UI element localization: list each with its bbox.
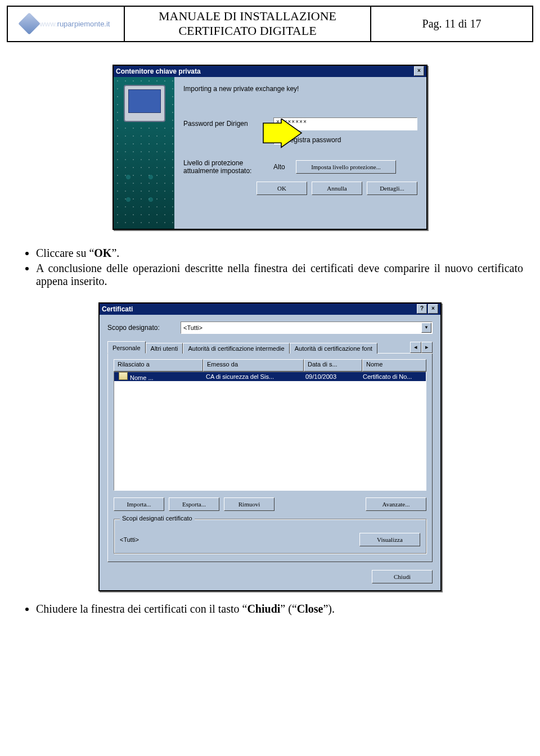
keys-icon — [122, 170, 165, 215]
scopes-group: Scopi designati certificato <Tutti> Visu… — [114, 519, 426, 554]
sidebar-graphic — [114, 77, 174, 229]
doc-title-line2: CERTIFICATO DIGITALE — [159, 24, 336, 38]
scope-label: Scopo designato: — [107, 324, 181, 332]
private-key-dialog: Contenitore chiave privata × Importing a… — [112, 65, 428, 230]
page-header: www.ruparpiemonte.it MANUALE DI INSTALLA… — [7, 6, 533, 42]
logo-text: www.ruparpiemonte.it — [39, 20, 110, 28]
import-message: Importing a new private exchange key! — [183, 85, 417, 93]
bullet-click-ok: Cliccare su “OK”. — [36, 247, 523, 260]
ok-button[interactable]: OK — [256, 182, 307, 195]
monitor-icon — [124, 85, 165, 122]
col-emesso-da[interactable]: Emesso da — [203, 359, 304, 372]
titlebar: Contenitore chiave privata × — [114, 66, 426, 77]
col-rilasciato-a[interactable]: Rilasciato a — [114, 359, 203, 372]
remove-button[interactable]: Rimuovi — [224, 497, 274, 511]
cert-list[interactable]: Nome ... CA di sicurezza del Sis... 09/1… — [114, 372, 426, 491]
tab-personale[interactable]: Personale — [107, 341, 146, 354]
doc-title-line1: MANUALE DI INSTALLAZIONE — [159, 9, 336, 24]
scopes-value: <Tutti> — [120, 536, 139, 543]
export-button[interactable]: Esporta... — [169, 497, 219, 511]
table-row[interactable]: Nome ... CA di sicurezza del Sis... 09/1… — [114, 372, 426, 381]
instruction-block-1: Cliccare su “OK”. A conclusione delle op… — [17, 247, 523, 288]
advanced-button[interactable]: Avanzate... — [366, 497, 426, 511]
certificate-icon — [119, 372, 128, 380]
dialog-title: Contenitore chiave privata — [116, 67, 201, 75]
logo-icon — [19, 13, 41, 35]
help-icon[interactable]: ? — [417, 304, 427, 314]
close-icon[interactable]: × — [428, 304, 438, 314]
doc-title: MANUALE DI INSTALLAZIONE CERTIFICATO DIG… — [125, 7, 371, 41]
certificates-dialog: Certificati ? × Scopo designato: <Tutti>… — [98, 302, 442, 591]
chevron-down-icon[interactable]: ▼ — [421, 323, 431, 333]
details-button[interactable]: Dettagli... — [367, 182, 417, 195]
close-icon[interactable]: × — [414, 66, 424, 76]
bullet-close-window: Chiudere la finestra dei certificati con… — [36, 603, 523, 615]
protection-value: Alto — [273, 163, 296, 171]
col-nome[interactable]: Nome — [362, 359, 426, 372]
col-data[interactable]: Data di s... — [304, 359, 362, 372]
page-number: Pag. 11 di 17 — [371, 7, 532, 41]
close-button[interactable]: Chiudi — [372, 570, 433, 583]
titlebar: Certificati ? × — [100, 304, 440, 315]
scope-combo[interactable]: <Tutti> ▼ — [181, 322, 433, 334]
pointer-arrow-icon — [259, 119, 304, 155]
logo-cell: www.ruparpiemonte.it — [8, 7, 125, 41]
tab-ca-font[interactable]: Autorità di certificazione font — [290, 343, 377, 354]
bullet-conclusion: A conclusione delle operazioni descritte… — [36, 262, 523, 288]
list-header: Rilasciato a Emesso da Data di s... Nome — [114, 359, 426, 372]
tab-scroll-right-button[interactable]: ▸ — [421, 342, 433, 353]
logo: www.ruparpiemonte.it — [21, 16, 110, 31]
instruction-block-2: Chiudere la finestra dei certificati con… — [17, 603, 523, 615]
cancel-button[interactable]: Annulla — [312, 182, 362, 195]
svg-marker-0 — [263, 119, 302, 147]
tab-scroll-left-button[interactable]: ◂ — [410, 342, 421, 353]
import-button[interactable]: Importa... — [114, 497, 164, 511]
scopes-legend: Scopi designati certificato — [120, 515, 195, 522]
tab-ca-intermedie[interactable]: Autorità di certificazione intermedie — [183, 343, 289, 354]
view-button[interactable]: Visualizza — [359, 533, 420, 546]
tab-altri-utenti[interactable]: Altri utenti — [146, 343, 183, 354]
set-protection-button[interactable]: Imposta livello protezione... — [296, 160, 396, 174]
tab-panel: Rilasciato a Emesso da Data di s... Nome… — [107, 354, 433, 562]
tabbar: Personale Altri utenti Autorità di certi… — [107, 341, 433, 354]
protection-label: Livello di protezione attualmente impost… — [183, 159, 273, 175]
dialog-title: Certificati — [102, 305, 133, 313]
